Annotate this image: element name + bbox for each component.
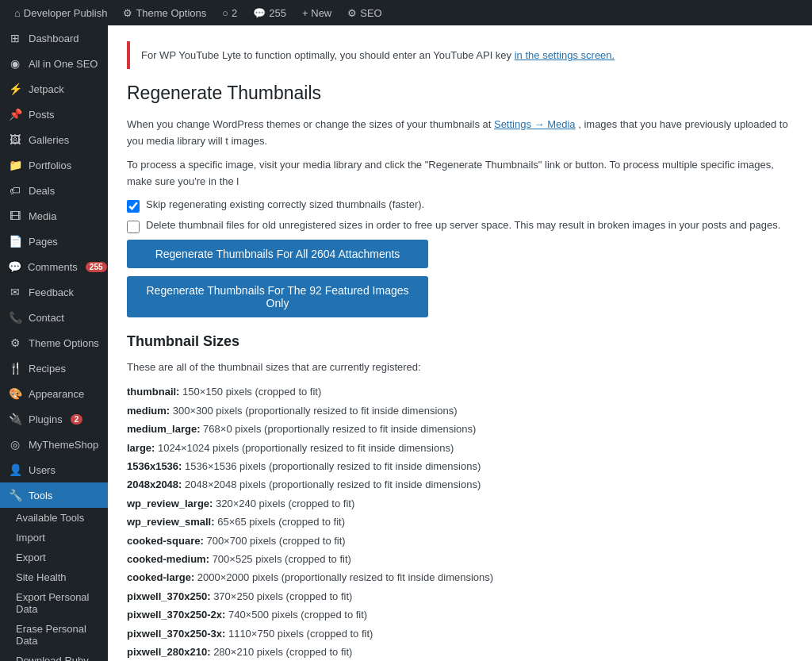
- checkbox-delete[interactable]: [127, 221, 140, 233]
- recipes-icon: 🍴: [8, 362, 22, 375]
- admin-bar-seo[interactable]: ⚙ SEO: [339, 0, 389, 25]
- sidebar-item-media[interactable]: 🎞 Media: [0, 203, 108, 229]
- admin-bar-updates[interactable]: ○ 2: [214, 0, 245, 25]
- thumbnail-size-item: cooked-large: 2000×2000 pixels (proporti…: [127, 568, 793, 586]
- thumbnail-size-item: medium: 300×300 pixels (proportionally r…: [127, 402, 793, 420]
- sidebar-sub-download-ruby[interactable]: Download Ruby: [0, 651, 108, 661]
- theme-options-icon: ⚙: [8, 336, 22, 349]
- description-2: To process a specific image, visit your …: [127, 157, 793, 190]
- posts-icon: 📌: [8, 108, 22, 121]
- contact-icon: 📞: [8, 311, 22, 324]
- deals-icon: 🏷: [8, 184, 22, 197]
- admin-bar-site[interactable]: ⌂ Developer Publish: [6, 0, 115, 25]
- pages-icon: 📄: [8, 235, 22, 248]
- sidebar-item-posts[interactable]: 📌 Posts: [0, 102, 108, 127]
- sidebar-item-comments[interactable]: 💬 Comments 255: [0, 254, 108, 279]
- wordpress-icon: ⌂: [14, 7, 21, 19]
- thumbnail-size-item: pixwell_280x210: 280×210 pixels (cropped…: [127, 643, 793, 661]
- settings-media-link[interactable]: Settings → Media: [494, 118, 576, 130]
- plugins-badge: 2: [71, 414, 83, 425]
- sidebar-item-appearance[interactable]: 🎨 Appearance: [0, 381, 108, 406]
- description-1: When you change WordPress themes or chan…: [127, 117, 793, 150]
- sidebar-item-contact[interactable]: 📞 Contact: [0, 305, 108, 330]
- thumbnail-size-item: wp_review_large: 320×240 pixels (cropped…: [127, 494, 793, 513]
- sidebar-item-galleries[interactable]: 🖼 Galleries: [0, 127, 108, 152]
- comments-badge: 255: [86, 262, 107, 272]
- gear-icon: ⚙: [123, 7, 132, 19]
- appearance-icon: 🎨: [8, 387, 22, 400]
- sidebar-item-recipes[interactable]: 🍴 Recipes: [0, 355, 108, 381]
- tools-icon: 🔧: [8, 489, 22, 502]
- seo-icon: ◉: [8, 57, 22, 70]
- plugins-icon: 🔌: [8, 413, 22, 425]
- thumbnail-size-item: wp_review_small: 65×65 pixels (cropped t…: [127, 513, 793, 531]
- thumbnail-size-item: 1536x1536: 1536×1536 pixels (proportiona…: [127, 457, 793, 475]
- sidebar-item-users[interactable]: 👤 Users: [0, 457, 108, 482]
- main-content: For WP YouTube Lyte to function optimall…: [108, 25, 812, 661]
- mythemeshop-icon: ◎: [8, 438, 22, 451]
- page-title: Regenerate Thumbnails: [127, 82, 793, 106]
- thumbnail-size-item: pixwell_370x250-2x: 740×500 pixels (crop…: [127, 605, 793, 624]
- checkbox-skip[interactable]: [127, 200, 140, 213]
- sidebar-item-deals[interactable]: 🏷 Deals: [0, 178, 108, 203]
- tools-submenu: Available Tools Import Export Site Healt…: [0, 508, 108, 661]
- sidebar-sub-export[interactable]: Export: [0, 548, 108, 567]
- admin-bar-site-name: Developer Publish: [24, 7, 108, 19]
- thumbnail-size-item: cooked-medium: 700×525 pixels (cropped t…: [127, 550, 793, 568]
- thumbnail-size-item: thumbnail: 150×150 pixels (cropped to fi…: [127, 382, 793, 401]
- sidebar-item-dashboard[interactable]: ⊞ Dashboard: [0, 25, 108, 51]
- sidebar-item-tools[interactable]: 🔧 Tools: [0, 482, 108, 508]
- thumbnail-size-item: cooked-square: 700×700 pixels (cropped t…: [127, 532, 793, 550]
- updates-icon: ○: [222, 7, 228, 19]
- checkbox-skip-row: Skip regenerating existing correctly siz…: [127, 198, 793, 213]
- admin-bar-new[interactable]: + New: [294, 0, 339, 25]
- admin-bar-comments[interactable]: 💬 255: [245, 0, 294, 25]
- sidebar-item-mythemeshop[interactable]: ◎ MyThemeShop: [0, 432, 108, 457]
- checkbox-skip-label[interactable]: Skip regenerating existing correctly siz…: [146, 198, 424, 210]
- sidebar-sub-site-health[interactable]: Site Health: [0, 567, 108, 587]
- notice-text: For WP YouTube Lyte to function optimall…: [141, 49, 511, 61]
- sidebar-sub-erase-personal[interactable]: Erase Personal Data: [0, 619, 108, 651]
- sidebar-sub-export-personal[interactable]: Export Personal Data: [0, 587, 108, 619]
- sidebar-sub-import[interactable]: Import: [0, 528, 108, 548]
- thumbnail-intro: These are all of the thumbnail sizes tha…: [127, 358, 793, 376]
- comments-icon: 💬: [8, 260, 21, 273]
- portfolios-icon: 📁: [8, 159, 22, 171]
- admin-bar-theme-options[interactable]: ⚙ Theme Options: [115, 0, 214, 25]
- comment-icon: 💬: [253, 7, 266, 19]
- media-icon: 🎞: [8, 209, 22, 222]
- jetpack-icon: ⚡: [8, 83, 22, 95]
- thumbnail-size-item: medium_large: 768×0 pixels (proportional…: [127, 420, 793, 438]
- sidebar-sub-available-tools[interactable]: Available Tools: [0, 508, 108, 528]
- thumbnail-size-item: pixwell_370x250: 370×250 pixels (cropped…: [127, 587, 793, 605]
- sidebar-item-all-in-one-seo[interactable]: ◉ All in One SEO: [0, 51, 108, 76]
- thumbnail-size-item: 2048x2048: 2048×2048 pixels (proportiona…: [127, 475, 793, 494]
- dashboard-icon: ⊞: [8, 32, 22, 44]
- seo-gear-icon: ⚙: [347, 7, 357, 19]
- sidebar-item-feedback[interactable]: ✉ Feedback: [0, 279, 108, 305]
- users-icon: 👤: [8, 463, 22, 476]
- feedback-icon: ✉: [8, 286, 22, 298]
- sidebar: ⊞ Dashboard ◉ All in One SEO ⚡ Jetpack 📌…: [0, 25, 108, 661]
- regenerate-featured-button[interactable]: Regenerate Thumbnails For The 92 Feature…: [127, 276, 428, 317]
- thumbnail-sizes-title: Thumbnail Sizes: [127, 333, 793, 350]
- thumbnail-list: These are all of the thumbnail sizes tha…: [127, 358, 793, 661]
- thumbnail-size-item: pixwell_370x250-3x: 1110×750 pixels (cro…: [127, 624, 793, 643]
- notice-bar: For WP YouTube Lyte to function optimall…: [127, 41, 793, 69]
- admin-bar: ⌂ Developer Publish ⚙ Theme Options ○ 2 …: [0, 0, 812, 25]
- regenerate-all-button[interactable]: Regenerate Thumbnails For All 2604 Attac…: [127, 240, 428, 268]
- checkbox-delete-row: Delete thumbnail files for old unregiste…: [127, 219, 793, 233]
- sidebar-item-plugins[interactable]: 🔌 Plugins 2: [0, 406, 108, 432]
- sidebar-item-portfolios[interactable]: 📁 Portfolios: [0, 152, 108, 178]
- notice-link[interactable]: in the settings screen.: [515, 49, 615, 61]
- galleries-icon: 🖼: [8, 133, 22, 146]
- checkbox-delete-label[interactable]: Delete thumbnail files for old unregiste…: [146, 219, 780, 231]
- sidebar-item-pages[interactable]: 📄 Pages: [0, 229, 108, 254]
- sidebar-item-jetpack[interactable]: ⚡ Jetpack: [0, 76, 108, 102]
- sidebar-item-theme-options[interactable]: ⚙ Theme Options: [0, 330, 108, 355]
- thumbnail-size-item: large: 1024×1024 pixels (proportionally …: [127, 439, 793, 457]
